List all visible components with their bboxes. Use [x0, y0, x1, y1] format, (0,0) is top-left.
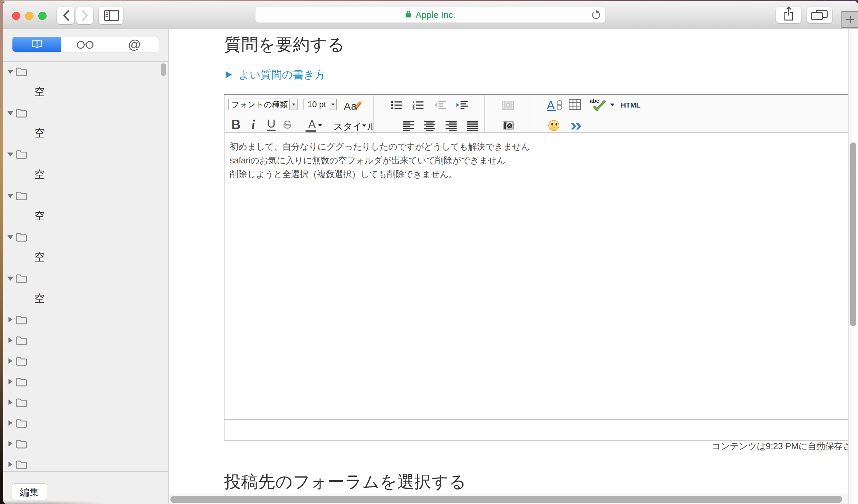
svg-text:A: A — [547, 99, 555, 111]
svg-text:abc: abc — [590, 98, 599, 104]
svg-text:A: A — [344, 100, 351, 112]
svg-text:3: 3 — [412, 107, 415, 111]
